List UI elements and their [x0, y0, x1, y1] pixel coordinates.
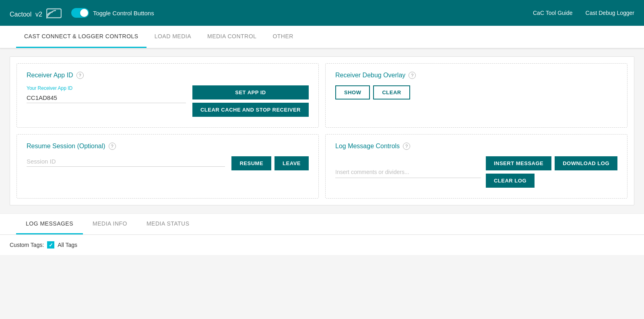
resume-button[interactable]: RESUME [231, 156, 271, 170]
session-id-input[interactable] [27, 156, 225, 167]
receiver-app-id-input-group: Your Receiver App ID [27, 85, 186, 103]
logo-text: Cactool v2 [10, 6, 42, 19]
tab-cast-connect[interactable]: CAST CONNECT & LOGGER CONTROLS [16, 26, 147, 48]
tab-media-info[interactable]: MEDIA INFO [83, 214, 137, 234]
logo: Cactool v2 [10, 6, 62, 19]
clear-cache-stop-receiver-button[interactable]: CLEAR CACHE AND STOP RECEIVER [192, 103, 309, 117]
main-tabs: CAST CONNECT & LOGGER CONTROLS LOAD MEDI… [0, 26, 644, 48]
session-id-input-group [27, 156, 225, 167]
custom-tags-label: Custom Tags: [10, 242, 44, 248]
clear-debug-button[interactable]: CLEAR [373, 85, 410, 99]
clear-log-button[interactable]: CLEAR LOG [486, 174, 535, 188]
log-message-input[interactable] [335, 166, 481, 178]
receiver-debug-overlay-title: Receiver Debug Overlay ? [335, 72, 617, 79]
resume-session-buttons: RESUME LEAVE [231, 156, 309, 170]
bottom-content: Custom Tags: All Tags [0, 235, 644, 255]
custom-tags-section: Custom Tags: All Tags [10, 241, 634, 249]
resume-session-help-icon[interactable]: ? [109, 143, 116, 150]
resume-session-body: RESUME LEAVE [27, 156, 309, 170]
log-message-help-icon[interactable]: ? [403, 143, 410, 150]
resume-session-card: Resume Session (Optional) ? RESUME LEAVE [17, 134, 319, 199]
receiver-app-id-title: Receiver App ID ? [27, 72, 309, 79]
download-log-button[interactable]: DOWNLOAD LOG [555, 156, 617, 170]
cast-debug-logger-link[interactable]: Cast Debug Logger [586, 10, 634, 16]
toggle-label: Toggle Control Buttons [93, 10, 154, 17]
bottom-section: LOG MESSAGES MEDIA INFO MEDIA STATUS Cus… [0, 213, 644, 255]
receiver-app-id-input-label: Your Receiver App ID [27, 85, 186, 91]
resume-session-title: Resume Session (Optional) ? [27, 143, 309, 150]
cards-grid: Receiver App ID ? Your Receiver App ID S… [10, 56, 634, 205]
log-message-controls-card: Log Message Controls ? INSERT MESSAGE DO… [325, 134, 627, 199]
receiver-app-id-buttons: SET APP ID CLEAR CACHE AND STOP RECEIVER [192, 85, 309, 117]
app-header: Cactool v2 Toggle Control Buttons CaC To… [0, 0, 644, 26]
receiver-debug-overlay-card: Receiver Debug Overlay ? SHOW CLEAR [325, 63, 627, 128]
tab-other[interactable]: OTHER [264, 26, 301, 48]
tab-media-status[interactable]: MEDIA STATUS [137, 214, 199, 234]
tab-media-control[interactable]: MEDIA CONTROL [199, 26, 264, 48]
all-tags-label: All Tags [58, 242, 77, 248]
toggle-section: Toggle Control Buttons [71, 8, 154, 18]
cac-tool-guide-link[interactable]: CaC Tool Guide [533, 10, 573, 16]
all-tags-checkbox[interactable] [47, 241, 54, 249]
receiver-app-id-input[interactable] [27, 93, 186, 103]
receiver-app-id-card: Receiver App ID ? Your Receiver App ID S… [17, 63, 319, 128]
cast-icon [46, 6, 62, 19]
receiver-app-id-body: Your Receiver App ID SET APP ID CLEAR CA… [27, 85, 309, 117]
receiver-debug-help-icon[interactable]: ? [409, 72, 416, 79]
tab-log-messages[interactable]: LOG MESSAGES [16, 214, 83, 234]
show-debug-button[interactable]: SHOW [335, 85, 370, 99]
bottom-tabs: LOG MESSAGES MEDIA INFO MEDIA STATUS [0, 214, 644, 235]
set-app-id-button[interactable]: SET APP ID [192, 85, 309, 99]
leave-button[interactable]: LEAVE [275, 156, 309, 170]
tab-load-media[interactable]: LOAD MEDIA [147, 26, 199, 48]
header-nav: CaC Tool Guide Cast Debug Logger [533, 10, 634, 16]
insert-message-button[interactable]: INSERT MESSAGE [486, 156, 551, 170]
receiver-debug-buttons: SHOW CLEAR [335, 85, 617, 99]
log-btn-row-bottom: CLEAR LOG [486, 174, 617, 188]
receiver-app-id-help-icon[interactable]: ? [76, 72, 84, 79]
log-message-controls-title: Log Message Controls ? [335, 143, 617, 150]
toggle-control-buttons[interactable] [71, 8, 89, 18]
log-message-buttons: INSERT MESSAGE DOWNLOAD LOG CLEAR LOG [486, 156, 617, 188]
main-content: Receiver App ID ? Your Receiver App ID S… [0, 48, 644, 213]
log-btn-row-top: INSERT MESSAGE DOWNLOAD LOG [486, 156, 617, 170]
log-controls-body: INSERT MESSAGE DOWNLOAD LOG CLEAR LOG [335, 156, 617, 188]
